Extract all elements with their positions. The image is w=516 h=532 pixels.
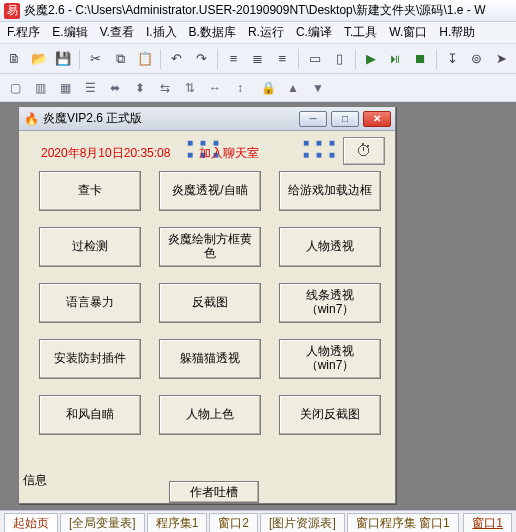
box-icon[interactable]: ▢ (4, 77, 26, 99)
v-align-icon[interactable]: ⬍ (129, 77, 151, 99)
step-icon[interactable]: ↧ (442, 48, 463, 70)
clock-icon: ⏱ (356, 142, 372, 160)
child-body: ■ ■ ■ ■ ■ ■ ■ ■ ■ ■ ■ ■ 2020年8月10日20:35:… (19, 131, 395, 503)
boxes-icon[interactable]: ▥ (29, 77, 51, 99)
align-right-icon[interactable]: ≡ (272, 48, 293, 70)
menu-help[interactable]: H.帮助 (436, 24, 478, 41)
menu-program[interactable]: F.程序 (4, 24, 43, 41)
timestamp-label: 2020年8月10日20:35:08 (41, 145, 170, 162)
tab-module1[interactable]: 程序集1 (147, 513, 208, 532)
paste-icon[interactable]: 📋 (134, 48, 155, 70)
bring-front-icon[interactable]: ▲ (282, 77, 304, 99)
menu-edit[interactable]: E.编辑 (49, 24, 90, 41)
main-title-bar: 易 炎魔2.6 - C:\Users\Administrator.USER-20… (0, 0, 516, 22)
minimize-button[interactable]: ─ (299, 111, 327, 127)
tab-images[interactable]: [图片资源表] (260, 513, 345, 532)
docs-icon[interactable]: ▯ (328, 48, 349, 70)
bypass-button[interactable]: 过检测 (39, 227, 141, 267)
close-button[interactable]: ✕ (363, 111, 391, 127)
child-title-text: 炎魔VIP2.6 正式版 (43, 110, 142, 127)
separator (160, 49, 161, 69)
player-color-button[interactable]: 人物上色 (159, 395, 261, 435)
line-esp-win7-button[interactable]: 线条透视（win7） (279, 283, 381, 323)
align-center-icon[interactable]: ≣ (247, 48, 268, 70)
separator (355, 49, 356, 69)
center-h-icon[interactable]: ⇆ (154, 77, 176, 99)
menu-bar: F.程序 E.编辑 V.查看 I.插入 B.数据库 R.运行 C.编译 T.工具… (0, 22, 516, 44)
redo-icon[interactable]: ↷ (191, 48, 212, 70)
dist-h-icon[interactable]: ↔ (204, 77, 226, 99)
player-esp-button[interactable]: 人物透视 (279, 227, 381, 267)
tab-strip: 起始页 [全局变量表] 程序集1 窗口2 [图片资源表] 窗口程序集 窗口1 窗… (0, 510, 516, 532)
arrow-icon[interactable]: ➤ (491, 48, 512, 70)
load-border-button[interactable]: 给游戏加载边框 (279, 171, 381, 211)
cut-icon[interactable]: ✂ (85, 48, 106, 70)
menu-window[interactable]: W.窗口 (386, 24, 430, 41)
child-title-bar[interactable]: 🔥 炎魔VIP2.6 正式版 ─ □ ✕ (19, 107, 395, 131)
close-anti-ss-button[interactable]: 关闭反截图 (279, 395, 381, 435)
menu-insert[interactable]: I.插入 (143, 24, 180, 41)
menu-tools[interactable]: T.工具 (341, 24, 380, 41)
h-align-icon[interactable]: ⬌ (104, 77, 126, 99)
toolbar-main: 🗎 📂 💾 ✂ ⧉ 📋 ↶ ↷ ≡ ≣ ≡ ▭ ▯ ▶ ⏯ ⏹ ↧ ⊚ ➤ (0, 44, 516, 74)
menu-run[interactable]: R.运行 (245, 24, 287, 41)
info-label: 信息 (23, 472, 47, 489)
child-app-icon: 🔥 (23, 111, 39, 127)
tab-start[interactable]: 起始页 (4, 513, 58, 532)
clock-button[interactable]: ⏱ (343, 137, 385, 165)
window-title: 炎魔2.6 - C:\Users\Administrator.USER-2019… (24, 2, 485, 19)
chat-spam-button[interactable]: 语言暴力 (39, 283, 141, 323)
player-esp-win7-button[interactable]: 人物透视（win7） (279, 339, 381, 379)
dist-v-icon[interactable]: ↕ (229, 77, 251, 99)
save-icon[interactable]: 💾 (53, 48, 74, 70)
grid-icon[interactable]: ▦ (54, 77, 76, 99)
separator (298, 49, 299, 69)
menu-database[interactable]: B.数据库 (186, 24, 239, 41)
copy-icon[interactable]: ⧉ (109, 48, 130, 70)
tab-window1[interactable]: 窗口1 (463, 513, 512, 532)
center-v-icon[interactable]: ⇅ (179, 77, 201, 99)
separator (436, 49, 437, 69)
tab-winmodule-win1[interactable]: 窗口程序集 窗口1 (347, 513, 459, 532)
check-card-button[interactable]: 查卡 (39, 171, 141, 211)
join-chat-label[interactable]: 加入聊天室 (199, 145, 259, 162)
author-comment-button[interactable]: 作者吐槽 (169, 481, 259, 503)
selection-handle-icon[interactable]: ■ ■ ■ (303, 149, 337, 160)
record-icon[interactable]: ⊚ (466, 48, 487, 70)
doc-icon[interactable]: ▭ (304, 48, 325, 70)
menu-view[interactable]: V.查看 (97, 24, 137, 41)
separator (217, 49, 218, 69)
anti-screenshot-button[interactable]: 反截图 (159, 283, 261, 323)
tab-globals[interactable]: [全局变量表] (60, 513, 145, 532)
hideseek-esp-button[interactable]: 躲猫猫透视 (159, 339, 261, 379)
selection-handle-icon[interactable]: ■ ■ ■ (303, 137, 337, 148)
esp-aimbot-button[interactable]: 炎魔透视/自瞄 (159, 171, 261, 211)
hefeng-aimbot-button[interactable]: 和风自瞄 (39, 395, 141, 435)
send-back-icon[interactable]: ▼ (307, 77, 329, 99)
stack-icon[interactable]: ☰ (79, 77, 101, 99)
child-window: 🔥 炎魔VIP2.6 正式版 ─ □ ✕ ■ ■ ■ ■ ■ ■ ■ ■ ■ ■… (18, 106, 396, 504)
toolbar-layout: ▢ ▥ ▦ ☰ ⬌ ⬍ ⇆ ⇅ ↔ ↕ 🔒 ▲ ▼ (0, 74, 516, 102)
undo-icon[interactable]: ↶ (166, 48, 187, 70)
app-icon: 易 (4, 3, 20, 19)
stop-icon[interactable]: ⏹ (409, 48, 430, 70)
separator (79, 49, 80, 69)
workspace: 🔥 炎魔VIP2.6 正式版 ─ □ ✕ ■ ■ ■ ■ ■ ■ ■ ■ ■ ■… (0, 102, 516, 510)
draw-box-yellow-button[interactable]: 炎魔绘制方框黄色 (159, 227, 261, 267)
menu-compile[interactable]: C.编译 (293, 24, 335, 41)
new-icon[interactable]: 🗎 (4, 48, 25, 70)
open-icon[interactable]: 📂 (28, 48, 49, 70)
tab-window2[interactable]: 窗口2 (209, 513, 258, 532)
maximize-button[interactable]: □ (331, 111, 359, 127)
align-left-icon[interactable]: ≡ (223, 48, 244, 70)
lock-icon[interactable]: 🔒 (257, 77, 279, 99)
button-grid: 查卡 炎魔透视/自瞄 给游戏加载边框 过检测 炎魔绘制方框黄色 人物透视 语言暴… (39, 171, 381, 435)
install-antiban-button[interactable]: 安装防封插件 (39, 339, 141, 379)
run-icon[interactable]: ▶ (361, 48, 382, 70)
run-to-icon[interactable]: ⏯ (385, 48, 406, 70)
